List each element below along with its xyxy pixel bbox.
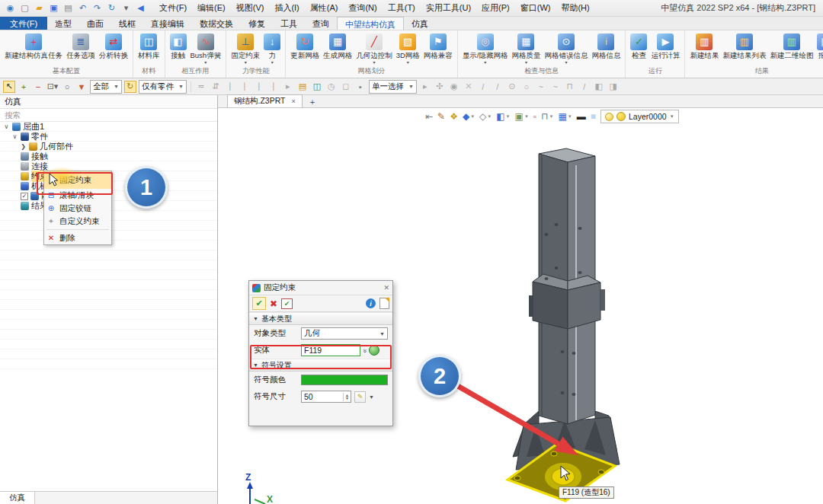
menu-item-10[interactable]: 帮助(H): [556, 1, 594, 15]
pick2-icon[interactable]: ▸: [282, 81, 294, 93]
entity-input[interactable]: F119: [301, 344, 360, 356]
circle-dot-icon[interactable]: ⊙: [506, 81, 518, 93]
object-type-dropdown[interactable]: 几何 ▼: [301, 327, 388, 340]
dialog-title-bar[interactable]: 固定约束 ✕: [249, 281, 392, 295]
swap-icon[interactable]: ⇵: [210, 81, 222, 93]
target-icon[interactable]: ◉: [448, 81, 460, 93]
menu-item-5[interactable]: 查询(N): [343, 1, 382, 15]
ribbon-button-[interactable]: ╱几何边控制▾: [354, 33, 394, 65]
ribbon-button-[interactable]: ◫材料库: [136, 33, 162, 65]
menu-item-固定约束[interactable]: ⊥固定约束: [44, 171, 111, 189]
menu-item-0[interactable]: 文件(F): [154, 1, 192, 15]
remove-icon[interactable]: −: [32, 81, 44, 93]
menu-item-4[interactable]: 属性(A): [305, 1, 344, 15]
open-file-icon[interactable]: ▰: [34, 2, 45, 14]
col1-icon[interactable]: ∣: [224, 81, 236, 93]
menu-item-7[interactable]: 实用工具(U): [421, 1, 476, 15]
ribbon-button-[interactable]: ▶运行计算: [649, 33, 681, 65]
ribbon-tab-[interactable]: 工具: [273, 17, 305, 30]
menu-item-2[interactable]: 视图(V): [231, 1, 270, 15]
light-square-icon[interactable]: ■: [591, 111, 596, 122]
ribbon-tab-[interactable]: 仿真: [404, 17, 436, 30]
close-tab-icon[interactable]: ×: [291, 97, 295, 105]
line-icon[interactable]: /: [477, 81, 489, 93]
arc-icon[interactable]: ⊓: [564, 81, 576, 93]
qat-caret-icon[interactable]: ▾: [120, 2, 132, 14]
expander-icon[interactable]: ∨: [11, 133, 18, 140]
section-icon[interactable]: ⊓▼: [541, 111, 553, 122]
pick-entity-icon[interactable]: [369, 345, 379, 356]
ribbon-button-[interactable]: i网格信息: [590, 33, 622, 65]
lightbulb-icon[interactable]: [605, 113, 613, 121]
sync-part-icon[interactable]: ↻: [124, 81, 136, 93]
app-logo-icon[interactable]: ◉: [5, 2, 16, 14]
tree-item-零件[interactable]: ∨零件: [0, 132, 217, 142]
save-icon[interactable]: ▣: [48, 2, 59, 14]
ribbon-button-[interactable]: ⚑网格兼容: [422, 33, 454, 65]
info-icon[interactable]: i: [366, 298, 376, 308]
ribbon-tab-[interactable]: 曲面: [79, 17, 111, 30]
ribbon-button-[interactable]: ≣任务选项: [65, 33, 97, 65]
curve2-icon[interactable]: ~: [549, 81, 562, 93]
redo-icon[interactable]: ↷: [91, 2, 103, 14]
color-picker-icon[interactable]: ✎: [354, 391, 366, 403]
display-mode-icon[interactable]: ◧▼: [496, 111, 510, 122]
hand-icon[interactable]: ✣: [434, 81, 446, 93]
ribbon-button-3D[interactable]: ▧3D网格▾: [395, 33, 421, 65]
ribbon-button-Bush[interactable]: ∿Bush弹簧▾: [189, 33, 223, 65]
menu-item-3[interactable]: 插入(I): [269, 1, 304, 15]
expander-icon[interactable]: ∨: [3, 123, 10, 130]
line3-icon[interactable]: /: [578, 81, 591, 93]
pick3-icon[interactable]: ▸: [419, 81, 431, 93]
trim-icon[interactable]: ✕: [463, 81, 475, 93]
line2-icon[interactable]: /: [492, 81, 504, 93]
pick-arrow-icon[interactable]: ↖: [3, 81, 15, 93]
menu-item-滚轴/滑块[interactable]: ⊟滚轴/滑块: [44, 189, 111, 202]
ribbon-tab-[interactable]: 中望结构仿真: [337, 17, 404, 30]
chevron-down-icon[interactable]: ▼: [369, 394, 374, 400]
ribbon-button-[interactable]: ◧接触: [168, 33, 188, 65]
layer-color-dot[interactable]: [616, 112, 626, 121]
curve-icon[interactable]: ~: [535, 81, 547, 93]
clock-icon[interactable]: ◷: [325, 81, 338, 93]
ribbon-tab-[interactable]: 数据交换: [192, 17, 241, 30]
expander-icon[interactable]: ❯: [20, 143, 27, 150]
ribbon-button-[interactable]: ↻更新网格: [289, 33, 321, 65]
mini-window-icon[interactable]: ▫: [533, 111, 536, 122]
spinner-arrows[interactable]: ▲▼: [343, 393, 351, 401]
undo-icon[interactable]: ↶: [77, 2, 88, 14]
search-input[interactable]: 搜索: [0, 109, 217, 122]
ribbon-button-[interactable]: ⇄分析转换: [98, 33, 130, 65]
print-icon[interactable]: ▤: [62, 2, 74, 14]
view-cube-icon[interactable]: ◇▼: [479, 111, 492, 122]
ribbon-button-[interactable]: ＋新建结构仿真任务: [3, 33, 64, 65]
collapse-icon[interactable]: ◀: [135, 2, 146, 14]
pencil-icon[interactable]: ✎: [437, 111, 445, 122]
symbol-size-input[interactable]: 50 ▲▼: [301, 391, 351, 403]
pick-mode-select[interactable]: 单一选择▼: [369, 80, 417, 94]
stop-icon[interactable]: ▪: [354, 81, 367, 93]
ok-button[interactable]: ✔: [252, 297, 266, 310]
scope-select[interactable]: 全部▼: [90, 80, 122, 94]
col2-icon[interactable]: ∣: [239, 81, 251, 93]
new-file-icon[interactable]: ▢: [19, 2, 30, 14]
lasso-icon[interactable]: ○: [61, 81, 73, 93]
new-tab-button[interactable]: +: [310, 97, 315, 107]
dialog-close-icon[interactable]: ✕: [383, 284, 389, 292]
folder-icon[interactable]: ▤: [296, 81, 309, 93]
exit-icon[interactable]: ⇤: [425, 111, 433, 122]
ribbon-button-[interactable]: ✓检查: [629, 33, 648, 65]
section-symbol-settings[interactable]: ▼ 符号设置: [249, 359, 392, 372]
face-icon[interactable]: ◧: [593, 81, 605, 93]
align-icon[interactable]: ≂: [195, 81, 207, 93]
menu-item-自定义约束[interactable]: ✦自定义约束: [44, 215, 111, 228]
shade-blue-icon[interactable]: ◆▼: [463, 111, 475, 122]
ribbon-tab-[interactable]: 直接编辑: [143, 17, 192, 30]
ribbon-tab-[interactable]: 查询: [305, 17, 337, 30]
layer-chip[interactable]: Layer0000▼: [600, 110, 679, 123]
ribbon-button-[interactable]: ⊥固定约束▾: [229, 33, 261, 65]
menu-item-6[interactable]: 工具(T): [383, 1, 421, 15]
shade-gold-icon[interactable]: ❖: [450, 111, 458, 122]
ribbon-tab-[interactable]: 造型: [47, 17, 79, 30]
box-select-icon[interactable]: ⊡▾: [46, 81, 59, 93]
